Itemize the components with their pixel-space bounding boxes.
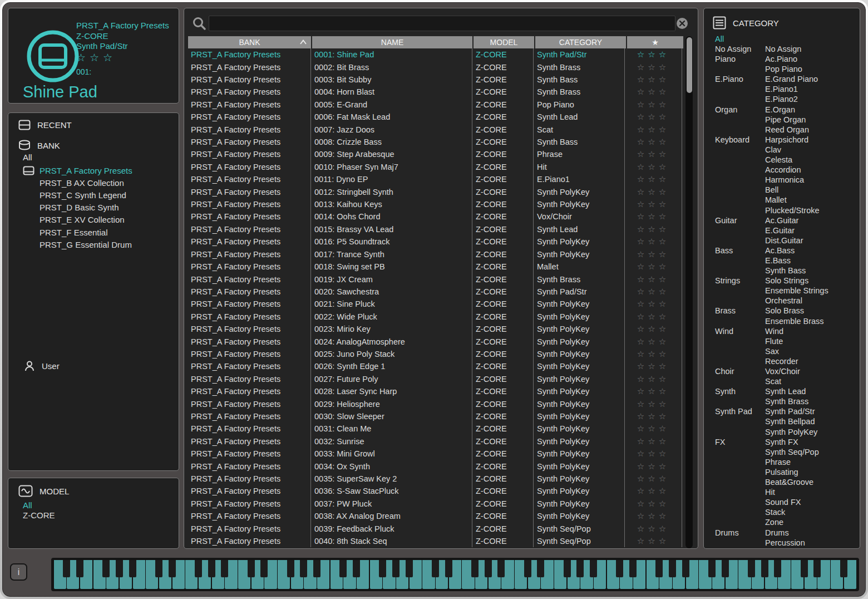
preset-row[interactable]: PRST_A Factory Presets0028: Laser Sync H…	[184, 385, 698, 397]
category-group-label[interactable]: Wind	[715, 327, 733, 336]
preset-row[interactable]: PRST_A Factory Presets0035: SuperSaw Key…	[184, 473, 698, 485]
black-key[interactable]	[682, 560, 689, 577]
bank-list-item[interactable]: PRST_G Essential Drum	[8, 238, 179, 251]
piano-keyboard[interactable]	[53, 560, 857, 589]
black-key[interactable]	[195, 560, 202, 577]
black-key[interactable]	[537, 560, 544, 577]
category-sub-label[interactable]: Wind	[765, 327, 783, 336]
category-group-label[interactable]: Synth Pad	[715, 407, 752, 416]
column-header-model[interactable]: MODEL	[474, 36, 534, 48]
preset-row[interactable]: PRST_A Factory Presets0034: Ox SynthZ-CO…	[184, 460, 698, 472]
black-key[interactable]	[590, 560, 597, 577]
preset-row-stars[interactable]: ☆☆☆	[625, 510, 682, 522]
bank-list-item[interactable]: PRST_C Synth Legend	[8, 189, 179, 201]
preset-row[interactable]: PRST_A Factory Presets0003: Bit SubbyZ-C…	[184, 73, 698, 86]
category-sub-label[interactable]: E.Grand Piano	[765, 75, 818, 84]
bank-list-item[interactable]: PRST_E XV Collection	[8, 214, 179, 226]
category-sub-label[interactable]: Ac.Piano	[765, 55, 797, 63]
category-group-label[interactable]: Keyboard	[715, 135, 749, 144]
category-group-label[interactable]: Guitar	[715, 216, 737, 225]
preset-row[interactable]: PRST_A Factory Presets0021: Sine PluckZ-…	[184, 298, 698, 310]
black-key[interactable]	[497, 560, 505, 577]
category-group-label[interactable]: Drums	[715, 528, 739, 537]
nav-bank[interactable]: BANK	[18, 140, 60, 151]
preset-row[interactable]: PRST_A Factory Presets0018: Swing set PB…	[184, 261, 698, 273]
column-header-category[interactable]: CATEGORY	[535, 36, 626, 48]
black-key[interactable]	[840, 560, 847, 577]
category-sub-label[interactable]: Synth Lead	[765, 387, 806, 396]
category-group-label[interactable]: Piano	[715, 55, 736, 63]
category-sub-label[interactable]: Solo Strings	[765, 276, 808, 285]
preset-row-stars[interactable]: ☆☆☆	[625, 136, 682, 148]
preset-row-stars[interactable]: ☆☆☆	[625, 298, 682, 310]
category-sub-label[interactable]: E.Guitar	[765, 226, 795, 235]
category-group-label[interactable]: Brass	[715, 306, 736, 315]
category-sub-label[interactable]: Hit	[765, 488, 775, 497]
black-key[interactable]	[287, 560, 294, 577]
preset-row-stars[interactable]: ☆☆☆	[625, 435, 682, 448]
category-sub-label[interactable]: Mallet	[765, 195, 787, 204]
preset-row[interactable]: PRST_A Factory Presets0002: Bit BrassZ-C…	[184, 61, 698, 73]
preset-row[interactable]: PRST_A Factory Presets0023: Mirio KeyZ-C…	[184, 323, 698, 335]
preset-row[interactable]: PRST_A Factory Presets0001: Shine PadZ-C…	[184, 48, 698, 61]
preset-row-stars[interactable]: ☆☆☆	[625, 410, 682, 423]
bank-list-item[interactable]: PRST_B AX Collection	[8, 176, 179, 189]
black-key[interactable]	[616, 560, 623, 577]
column-header-star[interactable]: ★	[627, 36, 683, 48]
black-key[interactable]	[708, 560, 716, 577]
black-key[interactable]	[353, 560, 360, 577]
black-key[interactable]	[774, 560, 781, 577]
category-sub-label[interactable]: Synth Bass	[765, 266, 806, 275]
preset-row[interactable]: PRST_A Factory Presets0012: Stringbell S…	[184, 185, 698, 198]
black-key[interactable]	[748, 560, 755, 577]
black-key[interactable]	[564, 560, 571, 577]
category-sub-label[interactable]: Recorder	[765, 357, 798, 366]
category-sub-label[interactable]: Plucked/Stroke	[765, 206, 820, 215]
black-key[interactable]	[313, 560, 320, 577]
category-sub-label[interactable]: Dist.Guitar	[765, 236, 803, 245]
preset-row-stars[interactable]: ☆☆☆	[625, 161, 682, 173]
black-key[interactable]	[63, 560, 70, 577]
black-key[interactable]	[102, 560, 110, 577]
clear-search-icon[interactable]	[676, 17, 688, 30]
category-sub-label[interactable]: E.Organ	[765, 105, 795, 114]
black-key[interactable]	[300, 560, 307, 577]
preset-row-stars[interactable]: ☆☆☆	[625, 485, 682, 497]
category-sub-label[interactable]: E.Piano1	[765, 85, 798, 94]
bank-filter-all[interactable]: All	[23, 153, 32, 162]
preset-row[interactable]: PRST_A Factory Presets0024: AnalogAtmosp…	[184, 335, 698, 347]
preset-row[interactable]: PRST_A Factory Presets0005: E-GrandZ-COR…	[184, 99, 698, 111]
category-sub-label[interactable]: Drums	[765, 528, 789, 537]
category-sub-label[interactable]: Zone	[765, 518, 783, 527]
preset-row-stars[interactable]: ☆☆☆	[625, 460, 682, 472]
preset-row-stars[interactable]: ☆☆☆	[625, 173, 682, 185]
black-key[interactable]	[208, 560, 215, 577]
preset-row[interactable]: PRST_A Factory Presets0004: Horn BlastZ-…	[184, 86, 698, 98]
category-sub-label[interactable]: Pulsating	[765, 468, 798, 477]
category-sub-label[interactable]: Pop Piano	[765, 65, 802, 73]
preset-row-stars[interactable]: ☆☆☆	[625, 198, 682, 210]
preset-row-stars[interactable]: ☆☆☆	[625, 448, 682, 460]
category-group-label[interactable]: Bass	[715, 246, 733, 255]
preset-row-stars[interactable]: ☆☆☆	[625, 99, 682, 111]
black-key[interactable]	[813, 560, 821, 577]
preset-row[interactable]: PRST_A Factory Presets0020: SawchestraZ-…	[184, 286, 698, 298]
preset-row[interactable]: PRST_A Factory Presets0006: Fat Mask Lea…	[184, 111, 698, 123]
category-sub-label[interactable]: Ensemble Brass	[765, 317, 824, 326]
preset-row-stars[interactable]: ☆☆☆	[625, 311, 682, 323]
category-sub-label[interactable]: Harmonica	[765, 175, 804, 184]
black-key[interactable]	[445, 560, 452, 577]
preset-row-stars[interactable]: ☆☆☆	[625, 148, 682, 160]
black-key[interactable]	[339, 560, 347, 577]
preset-row-stars[interactable]: ☆☆☆	[625, 248, 682, 261]
category-sub-label[interactable]: E.Bass	[765, 256, 791, 265]
category-group-label[interactable]: Strings	[715, 276, 740, 285]
category-sub-label[interactable]: Harpsichord	[765, 135, 808, 144]
preset-row[interactable]: PRST_A Factory Presets0038: AX Analog Dr…	[184, 510, 698, 522]
model-list-item[interactable]: All	[23, 500, 55, 510]
category-sub-label[interactable]: Stack	[765, 508, 785, 517]
category-sub-label[interactable]: Solo Brass	[765, 306, 804, 315]
black-key[interactable]	[221, 560, 228, 577]
preset-row[interactable]: PRST_A Factory Presets0039: Feedback Plu…	[184, 522, 698, 534]
preset-row-stars[interactable]: ☆☆☆	[625, 360, 682, 372]
